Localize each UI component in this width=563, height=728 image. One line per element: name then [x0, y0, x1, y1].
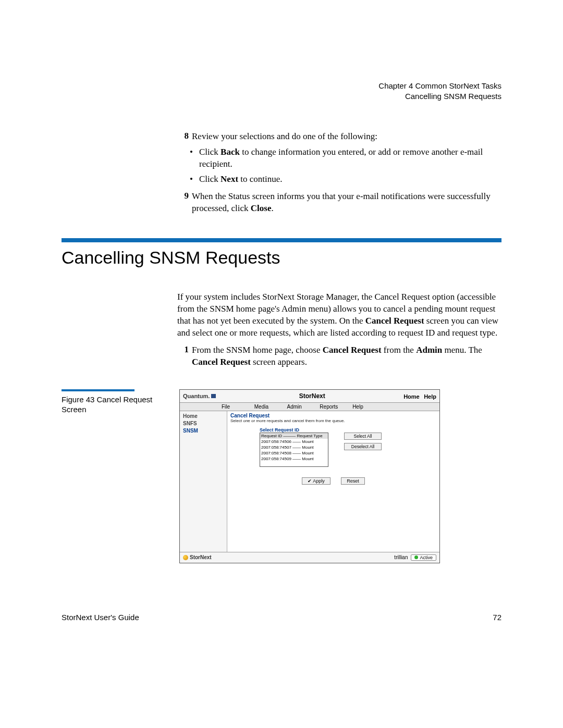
request-listbox[interactable]: Request ID ——— Request Type 2007:058:745…	[260, 433, 328, 467]
section-rule	[62, 238, 501, 242]
brand-graphic-icon	[211, 394, 223, 398]
select-all-button[interactable]: Select All	[344, 433, 382, 440]
sidebar-item-snfs[interactable]: SNFS	[183, 421, 224, 426]
sidebar: Home SNFS SNSM	[180, 411, 227, 552]
home-link[interactable]: Home	[403, 393, 420, 400]
cancel-request-screenshot: Quantum. StorNext Home Help File Media A…	[179, 389, 440, 563]
step-1-number: 1	[177, 344, 189, 368]
panel-title: Cancel Request	[230, 413, 436, 418]
section-line: Cancelling SNSM Requests	[62, 91, 501, 102]
brand-quantum: Quantum.	[183, 393, 210, 399]
status-text: Active	[420, 555, 433, 560]
intro-paragraph: If your system includes StorNext Storage…	[177, 291, 501, 339]
footer-brand: StorNext	[190, 554, 212, 560]
step-8-bullet-2: Click Next to continue.	[199, 174, 283, 186]
deselect-all-button[interactable]: Deselect All	[344, 443, 382, 450]
figure-rule	[62, 389, 134, 391]
list-item[interactable]: 2007:058:74506 —— Mount	[260, 439, 328, 445]
footer-hostname: trillian	[394, 554, 408, 560]
sidebar-item-home[interactable]: Home	[183, 413, 224, 419]
menu-reports[interactable]: Reports	[320, 404, 351, 410]
page-footer: StorNext User's Guide 72	[62, 613, 501, 622]
list-col-header: Request ID ——— Request Type	[260, 433, 328, 439]
list-header: Select Request ID	[260, 427, 436, 433]
menu-help[interactable]: Help	[352, 404, 384, 410]
list-item[interactable]: 2007:058:74508 —— Mount	[260, 450, 328, 456]
sidebar-item-snsm[interactable]: SNSM	[183, 428, 224, 434]
steps-continuation: 8 Review your selections and do one of t…	[177, 131, 501, 215]
reset-button[interactable]: Reset	[341, 477, 365, 485]
footer-logo-icon	[183, 555, 188, 560]
menu-file[interactable]: File	[222, 404, 253, 410]
step-8-text: Review your selections and do one of the…	[192, 131, 377, 143]
step-9-text: When the Status screen informs you that …	[192, 191, 501, 215]
bullet-dot: •	[190, 174, 199, 186]
menu-media[interactable]: Media	[254, 404, 286, 410]
panel-subtitle: Select one or more requests and cancel t…	[230, 418, 436, 423]
help-link[interactable]: Help	[424, 393, 436, 400]
section-heading: Cancelling SNSM Requests	[62, 248, 501, 268]
figure-caption: Figure 43 Cancel Request Screen	[62, 394, 179, 415]
step-8-number: 8	[177, 131, 189, 143]
step-8-bullet-1: Click Back to change information you ent…	[199, 146, 501, 170]
page-header: Chapter 4 Common StorNext Tasks Cancelli…	[62, 81, 501, 102]
step-9-number: 9	[177, 191, 189, 215]
footer-doc-title: StorNext User's Guide	[62, 613, 139, 622]
chapter-line: Chapter 4 Common StorNext Tasks	[62, 81, 501, 91]
status-dot-icon	[414, 556, 418, 559]
bullet-dot: •	[190, 146, 199, 170]
list-item[interactable]: 2007:058:74507 —— Mount	[260, 445, 328, 450]
app-title: StorNext	[223, 392, 401, 400]
footer-page-number: 72	[493, 613, 501, 622]
step-1-text: From the SNSM home page, choose Cancel R…	[192, 344, 501, 368]
menu-admin[interactable]: Admin	[287, 404, 319, 410]
menu-bar: File Media Admin Reports Help	[180, 403, 439, 411]
apply-button[interactable]: ✔ Apply	[302, 477, 331, 485]
status-badge: Active	[411, 554, 436, 561]
list-item[interactable]: 2007:058:74509 —— Mount	[260, 456, 328, 462]
